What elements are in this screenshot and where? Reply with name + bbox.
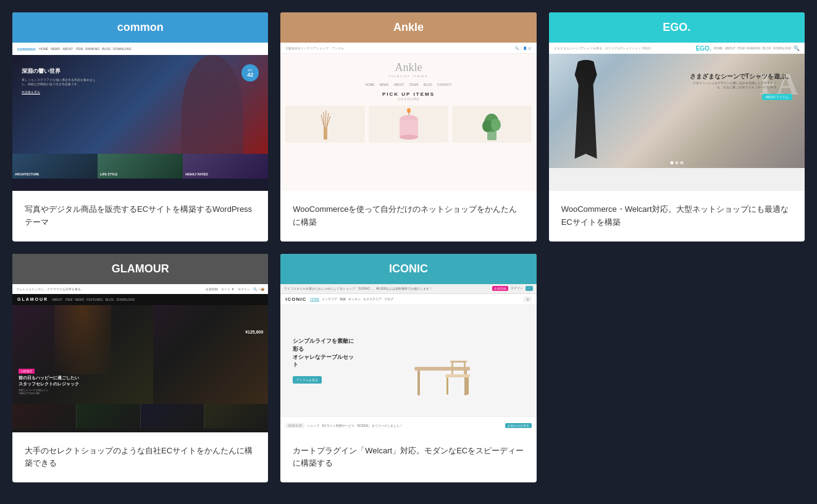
common-hero-title: 深淵の響い世界 [22,67,96,75]
preview-ego: さまざまなシーンでTシャツを着る。オリジナルTシャツショップEGO. EGO. … [549,43,805,191]
ankle-section-title: PICK UP ITEMS [280,91,536,97]
iconic-hero-btn: アイテムを見る [293,376,322,384]
card-header-ankle: Ankle [280,12,536,43]
card-iconic[interactable]: ICONIC ライフスタイルを豊かにおしゃれにしてるショップ「SCENIC」、¥… [280,254,536,483]
svg-rect-16 [417,371,420,395]
glamour-products [12,404,268,429]
card-title-glamour: GLAMOUR [112,262,169,275]
ankle-subnav: HOMENEWSABOUTITEMSBLOGCONTACT [280,83,536,86]
glamour-hero: LADIES 前の日もハッピーに過ごしたいスタッフセレクトのレジャック 充実した… [12,305,268,404]
svg-point-10 [407,108,411,113]
card-title-iconic: ICONIC [389,262,428,275]
card-desc-iconic: カートプラグイン「Welcart」対応。モダンなECをスピーディーに構築する [280,432,536,483]
card-desc-ankle: WooCommerceを使って自分だけのネットショップをかんたんに構築 [280,191,536,242]
iconic-top-bar: ライフスタイルを豊かにおしゃれにしてるショップ「SCENIC」、¥6,000以上… [280,284,536,294]
svg-rect-23 [467,377,469,395]
ego-hero-btn: MEN'S アイテム [762,94,792,100]
card-header-iconic: ICONIC [280,254,536,284]
glamour-top-bar: フォトジェニックに。グラマラスな日常を着る。 会員登録 カート ▼ ログイン 🔍… [12,284,268,294]
svg-rect-22 [446,377,448,395]
glamour-hero-price: ¥125,600 [245,330,263,334]
card-header-glamour: GLAMOUR [12,254,268,284]
card-glamour[interactable]: GLAMOUR フォトジェニックに。グラマラスな日常を着る。 会員登録 カート … [12,254,268,483]
common-hero-link: 作品集を見る [22,90,96,94]
common-badge: 新作 42 [241,64,259,82]
ankle-section-sub: おすすめの商品 [280,97,536,101]
preview-ankle: 大阪発自社インテリアショップ・アンクル 🔍 ♡ 👤 🛒 Ankle Interi… [280,43,536,191]
card-ankle[interactable]: Ankle 大阪発自社インテリアショップ・アンクル 🔍 ♡ 👤 🛒 Ankle … [280,12,536,242]
glamour-hero-content: LADIES 前の日もハッピーに過ごしたいスタッフセレクトのレジャック 充実した… [19,364,79,395]
iconic-hero-title: シンプルライフを素敵に彩るオシャレなテーブルセット [293,337,354,368]
common-nav: HOMENEWSABOUTITEMRANKINGBLOGDOWNLOAD [39,47,131,51]
card-common[interactable]: common common HOMENEWSABOUTITEMRANKINGBL… [12,12,268,242]
svg-rect-21 [450,361,467,363]
category-architecture: ARCHITECTURE [15,172,39,176]
iconic-bottom: 2018.5.20 ショップ、ECサイト利用サービス「SCENIC」をリリースし… [280,416,536,432]
common-hero: 深淵の響い世界 美しくもミステリアスな強に沸き作る作品を集めました。枠組な空間的… [12,55,268,154]
svg-point-13 [482,120,492,132]
card-header-common: common [12,12,268,43]
card-desc-common: 写真やデジタル商品を販売するECサイトを構築するWordPressテーマ [12,191,268,242]
ankle-nav: 大阪発自社インテリアショップ・アンクル 🔍 ♡ 👤 🛒 [280,43,536,54]
card-desc-ego: WooCommerce・Welcart対応。大型ネットショップにも最適なECサイ… [549,191,805,242]
common-logo: common [17,47,35,51]
svg-point-14 [491,119,501,131]
preview-common: common HOMENEWSABOUTITEMRANKINGBLOGDOWNL… [12,43,268,191]
svg-rect-18 [445,374,470,377]
ego-nav: さまざまなシーンでTシャツを着る。オリジナルTシャツショップEGO. EGO. … [549,43,805,54]
iconic-nav: ICONIC HOME インテリア雑貨キッチンエクステリアブログ ○ [280,294,536,305]
category-highly-rated: highly RateD [185,172,208,176]
ankle-logo-area: Ankle Interior Items [280,54,536,83]
card-header-ego: EGO. [549,12,805,43]
svg-rect-0 [324,127,327,140]
ego-dots [670,161,683,164]
card-title-ego: EGO. [663,21,690,33]
common-categories: ARCHITECTURE LIFE STYLE highly RateD [12,154,268,178]
svg-rect-15 [414,367,470,371]
glamour-nav: GLAMOUR ABOUTITEMNEWSFEATURESBLOGDOWNLOA… [12,294,268,305]
preview-glamour: フォトジェニックに。グラマラスな日常を着る。 会員登録 カート ▼ ログイン 🔍… [12,284,268,432]
card-desc-glamour: 大手のセレクトショップのような自社ECサイトをかんたんに構築できる [12,432,268,483]
card-title-ankle: Ankle [393,21,424,33]
theme-grid: common common HOMENEWSABOUTITEMRANKINGBL… [12,12,805,482]
common-hero-text: 美しくもミステリアスな強に沸き作る作品を集めました。枠組な空間的が送り出す作品集… [22,78,96,86]
category-lifestyle: LIFE STYLE [100,172,117,176]
svg-line-3 [325,111,326,127]
preview-iconic: ライフスタイルを豊かにおしゃれにしてるショップ「SCENIC」、¥6,000以上… [280,284,536,432]
svg-rect-7 [400,120,418,137]
svg-rect-19 [451,361,453,374]
ankle-products [280,106,536,143]
iconic-hero: シンプルライフを素敵に彩るオシャレなテーブルセット アイテムを見る [280,305,536,416]
svg-rect-20 [464,361,466,374]
svg-point-8 [400,135,418,140]
card-title-common: common [117,21,164,33]
card-ego[interactable]: EGO. さまざまなシーンでTシャツを着る。オリジナルTシャツショップEGO. … [549,12,805,242]
ego-hero-text: さまざまなシーンでTシャツを遊ぶ。 スタイリッシュなデザインと数し込みを完成した… [690,72,792,101]
iconic-hero-image [367,317,524,404]
ego-hero: FA さまざまなシーンでTシャツを遊ぶ。 スタイリッシュなデザインと数し込みを完… [549,54,805,168]
